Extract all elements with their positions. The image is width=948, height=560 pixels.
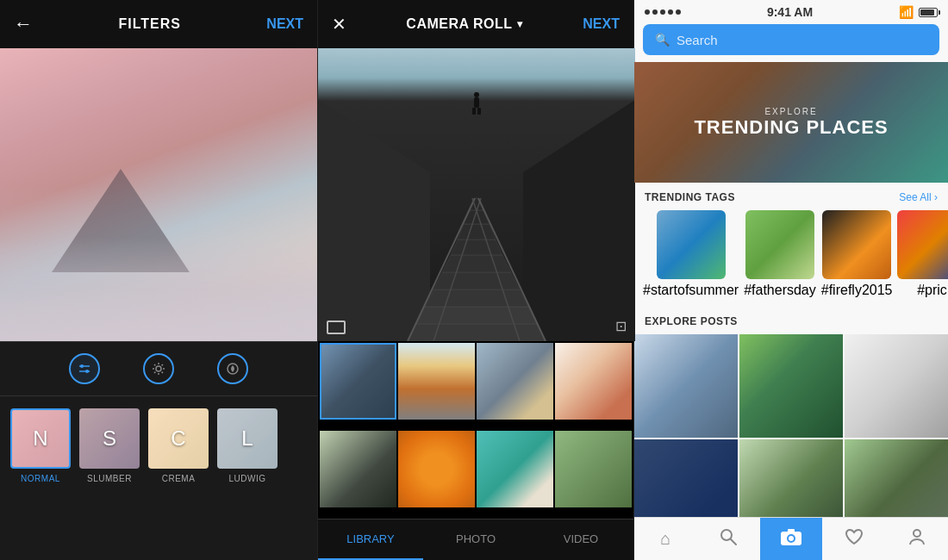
filter-normal-thumb: N bbox=[10, 408, 71, 469]
thumbnail-item[interactable] bbox=[398, 343, 475, 420]
explore-post[interactable] bbox=[634, 334, 738, 438]
tag-thumbnail bbox=[657, 210, 726, 279]
thumbnail-item[interactable] bbox=[477, 343, 553, 420]
nav-profile-button[interactable] bbox=[885, 518, 948, 560]
trending-tags-title: TRENDING TAGS bbox=[645, 191, 735, 203]
svg-point-1 bbox=[80, 364, 84, 368]
thumbnail-item[interactable] bbox=[555, 431, 632, 507]
status-icons: 📶 bbox=[899, 5, 938, 19]
camera-roll-title-row[interactable]: CAMERA ROLL ▾ bbox=[406, 16, 523, 32]
tab-photo[interactable]: PHOTO bbox=[423, 520, 528, 560]
photo-expand-icon[interactable]: ⊡ bbox=[615, 318, 627, 334]
svg-line-9 bbox=[154, 364, 155, 365]
filter-slumber-thumb: S bbox=[79, 408, 140, 469]
filters-preview-image bbox=[0, 48, 317, 341]
home-icon: ⌂ bbox=[660, 529, 670, 549]
svg-marker-19 bbox=[451, 240, 502, 255]
explore-scroll-area[interactable]: EXPLORE TRENDING PLACES TRENDING TAGS Se… bbox=[634, 62, 948, 517]
svg-point-27 bbox=[474, 92, 479, 97]
thumbnail-item[interactable] bbox=[320, 431, 396, 507]
profile-icon bbox=[908, 527, 926, 551]
tag-thumbnail bbox=[745, 210, 814, 279]
trending-places-banner[interactable]: EXPLORE TRENDING PLACES bbox=[634, 62, 948, 183]
filter-ludwig[interactable]: L LUDWIG bbox=[217, 408, 278, 483]
camera-roll-header: ✕ CAMERA ROLL ▾ NEXT bbox=[318, 0, 633, 48]
tag-item[interactable]: #firefly2015 bbox=[821, 210, 893, 298]
explore-post[interactable] bbox=[634, 439, 738, 517]
status-time: 9:41 AM bbox=[767, 5, 813, 19]
back-button[interactable]: ← bbox=[14, 13, 33, 35]
search-placeholder-text: Search bbox=[677, 33, 718, 47]
wifi-icon: 📶 bbox=[899, 5, 914, 19]
photo-crop-control[interactable] bbox=[327, 320, 346, 334]
tag-thumbnail bbox=[897, 210, 948, 279]
svg-rect-36 bbox=[788, 529, 795, 532]
tag-label: #firefly2015 bbox=[821, 283, 893, 298]
explore-post[interactable] bbox=[845, 334, 948, 438]
svg-marker-17 bbox=[433, 272, 520, 289]
filter-normal[interactable]: N NORMAL bbox=[10, 408, 71, 483]
svg-marker-18 bbox=[442, 255, 511, 272]
signal-strength bbox=[645, 9, 681, 15]
battery-icon bbox=[919, 8, 938, 17]
tag-label: #pric bbox=[917, 283, 947, 298]
filter-slumber[interactable]: S SLUMBER bbox=[79, 408, 140, 483]
filter-normal-label: NORMAL bbox=[21, 474, 60, 483]
adjust-tool-button[interactable] bbox=[69, 353, 100, 384]
svg-rect-30 bbox=[477, 108, 481, 115]
thumbnail-item[interactable] bbox=[555, 343, 632, 420]
svg-rect-29 bbox=[472, 108, 476, 115]
svg-line-12 bbox=[154, 372, 155, 373]
svg-point-4 bbox=[156, 366, 161, 371]
filter-ludwig-thumb: L bbox=[217, 408, 278, 469]
status-bar: 9:41 AM 📶 bbox=[634, 0, 948, 24]
explore-label: EXPLORE bbox=[694, 107, 888, 116]
thumbnail-item[interactable] bbox=[320, 343, 396, 420]
close-button[interactable]: ✕ bbox=[332, 14, 346, 34]
tab-video[interactable]: VIDEO bbox=[528, 520, 633, 560]
tag-item[interactable]: #pric bbox=[897, 210, 948, 298]
search-bar[interactable]: 🔍 Search bbox=[643, 24, 939, 55]
svg-point-37 bbox=[914, 530, 920, 537]
tag-label: #startofsummer bbox=[643, 283, 739, 298]
camera-roll-next-button[interactable]: NEXT bbox=[583, 16, 620, 32]
explore-post[interactable] bbox=[845, 439, 948, 517]
svg-rect-28 bbox=[474, 97, 479, 108]
trending-tags-header: TRENDING TAGS See All › bbox=[634, 183, 948, 210]
person-silhouette bbox=[471, 91, 483, 119]
filter-crema-thumb: C bbox=[148, 408, 209, 469]
photo-thumbnail-grid bbox=[318, 341, 633, 519]
brightness-tool-button[interactable] bbox=[143, 353, 174, 384]
chevron-down-icon: ▾ bbox=[517, 18, 523, 30]
svg-line-11 bbox=[162, 364, 163, 365]
filters-next-button[interactable]: NEXT bbox=[266, 16, 303, 32]
tag-item[interactable]: #startofsummer bbox=[643, 210, 739, 298]
explore-post[interactable] bbox=[739, 439, 843, 517]
tag-thumbnail bbox=[822, 210, 891, 279]
filter-slumber-label: SLUMBER bbox=[87, 474, 132, 483]
svg-line-32 bbox=[731, 539, 736, 544]
explore-post[interactable] bbox=[739, 334, 843, 438]
tab-library[interactable]: LIBRARY bbox=[318, 520, 423, 560]
filter-ludwig-label: LUDWIG bbox=[229, 474, 266, 483]
nav-search-button[interactable] bbox=[697, 518, 760, 560]
search-icon: 🔍 bbox=[655, 33, 670, 47]
nav-camera-button[interactable] bbox=[760, 518, 823, 560]
tag-item[interactable]: #fathersday bbox=[744, 210, 816, 298]
filters-title: FILTERS bbox=[118, 16, 180, 32]
svg-point-31 bbox=[721, 530, 732, 540]
trending-places-label: TRENDING PLACES bbox=[694, 116, 888, 139]
filters-header: ← FILTERS NEXT bbox=[0, 0, 317, 48]
camera-roll-panel: ✕ CAMERA ROLL ▾ NEXT bbox=[317, 0, 634, 560]
thumbnail-item[interactable] bbox=[398, 431, 475, 507]
thumbnail-item[interactable] bbox=[477, 431, 553, 507]
filter-crema[interactable]: C CREMA bbox=[148, 408, 209, 483]
main-photo-preview: ⊡ bbox=[318, 48, 635, 341]
nav-home-button[interactable]: ⌂ bbox=[634, 518, 697, 560]
nav-activity-button[interactable] bbox=[822, 518, 885, 560]
tune-tool-button[interactable] bbox=[217, 353, 248, 384]
heart-icon bbox=[845, 528, 864, 550]
see-all-button[interactable]: See All › bbox=[899, 191, 938, 203]
svg-marker-14 bbox=[408, 324, 546, 341]
explore-panel: 9:41 AM 📶 🔍 Search EXPLORE TRENDING PLAC… bbox=[634, 0, 948, 560]
